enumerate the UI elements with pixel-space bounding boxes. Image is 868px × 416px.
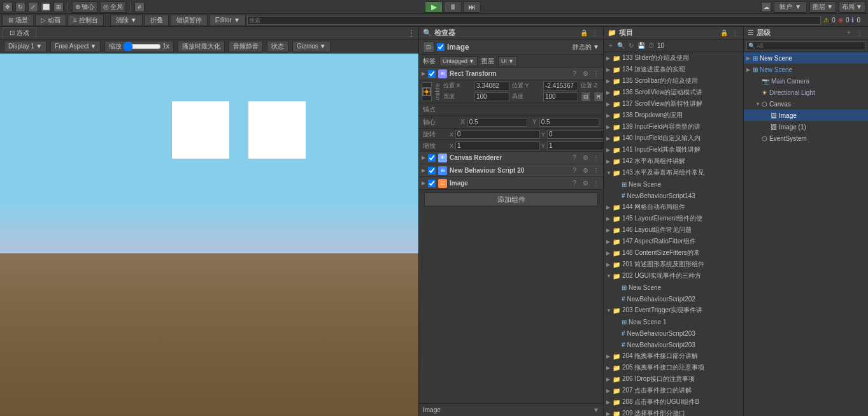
- hierarchy-list-item[interactable]: 🖼Image: [744, 110, 868, 121]
- pos-y-input[interactable]: [543, 82, 578, 90]
- maximize-btn[interactable]: 播放时最大化: [178, 41, 225, 52]
- canvas-renderer-toggle[interactable]: [428, 154, 436, 162]
- project-list-item[interactable]: ▶📁139 InputField内容类型的讲: [604, 121, 743, 133]
- step-button[interactable]: ⏭: [463, 1, 481, 13]
- scene-tab[interactable]: ⊞ 场景: [3, 15, 34, 26]
- ic-settings-icon[interactable]: ⚙: [581, 179, 590, 188]
- project-list-item[interactable]: ▶📁138 Dropdown的应用: [604, 110, 743, 121]
- proj-search-icon[interactable]: 🔍: [616, 41, 625, 50]
- rect-more-icon[interactable]: ⋮: [592, 69, 601, 78]
- mute-btn[interactable]: 音频静音: [229, 41, 263, 52]
- hier-more-icon[interactable]: ⋮: [855, 29, 864, 38]
- width-input[interactable]: [474, 92, 509, 101]
- inspector-lock-icon[interactable]: 🔒: [580, 29, 588, 38]
- image-component-toggle[interactable]: [428, 180, 436, 187]
- static-btn[interactable]: 静态的 ▼: [573, 43, 599, 52]
- project-list-item[interactable]: #NewBehaviourScript143: [604, 190, 743, 201]
- constrain-btn[interactable]: ⊟: [581, 92, 591, 102]
- rect-tool[interactable]: ⬜: [41, 2, 51, 12]
- project-list-item[interactable]: ▶📁208 点击事件的UGUI组件B: [604, 396, 743, 408]
- project-list-item[interactable]: ▶📁146 Layout组件常见问题: [604, 224, 743, 236]
- rect-transform-toggle[interactable]: [428, 70, 436, 78]
- grid-btn[interactable]: #: [134, 2, 145, 12]
- project-list-item[interactable]: ▶📁148 ContentSizeFitters的常: [604, 247, 743, 259]
- new-behaviour-header[interactable]: ▶ ⊞ New Behaviour Script 20 ? ⚙ ⋮: [419, 164, 603, 177]
- error-pause-btn[interactable]: 错误暂停: [171, 15, 208, 26]
- project-list-item[interactable]: #NewBehaviourScript202: [604, 293, 743, 305]
- project-list-item[interactable]: ▶📁140 InputField自定义输入内: [604, 133, 743, 144]
- pivot-btn[interactable]: ⊕ 轴心: [72, 1, 97, 13]
- scale-x-input[interactable]: [455, 141, 540, 150]
- rotate-tool[interactable]: ↻: [15, 2, 25, 12]
- project-list-item[interactable]: ⊞New Scene 1: [604, 316, 743, 327]
- project-list-item[interactable]: ▶📁141 InputField其余属性讲解: [604, 144, 743, 155]
- project-list-item[interactable]: ▶📁133 Slider的介绍及使用: [604, 52, 743, 64]
- anchor-widget[interactable]: [422, 82, 432, 101]
- hierarchy-list-item[interactable]: 📷Main Camera: [744, 75, 868, 87]
- account-button[interactable]: 账户 ▼: [774, 1, 807, 13]
- hierarchy-list-item[interactable]: ▶⊞New Scene: [744, 64, 868, 75]
- scale-tool[interactable]: ⤢: [28, 2, 38, 12]
- state-btn[interactable]: 状态: [267, 41, 288, 52]
- hier-search-input[interactable]: [746, 41, 865, 50]
- scale-y-input[interactable]: [547, 141, 603, 150]
- project-list-item[interactable]: ▶📁137 ScrollView的新特性讲解: [604, 98, 743, 110]
- rect-transform-header[interactable]: ▶ ⊞ Rect Transform ? ⚙ ⋮: [419, 68, 603, 80]
- hierarchy-list-item[interactable]: ▼⬡Canvas: [744, 98, 868, 110]
- nb-help-icon[interactable]: ?: [570, 166, 579, 175]
- component-active-checkbox[interactable]: [437, 43, 445, 51]
- proj-save-icon[interactable]: 💾: [637, 41, 646, 50]
- proj-more-icon[interactable]: ⋮: [730, 29, 739, 38]
- new-behaviour-toggle[interactable]: [428, 167, 436, 175]
- project-list-item[interactable]: ▶📁207 点击事件接口的讲解: [604, 385, 743, 396]
- nb-more-icon[interactable]: ⋮: [592, 166, 601, 175]
- proj-lock-icon[interactable]: 🔒: [720, 29, 729, 38]
- project-list-item[interactable]: ⊞New Scene: [604, 282, 743, 293]
- cr-settings-icon[interactable]: ⚙: [581, 154, 590, 162]
- rect-settings-icon[interactable]: ⚙: [581, 69, 590, 78]
- aspect-btn[interactable]: Free Aspect ▼: [50, 41, 101, 52]
- project-list-item[interactable]: #NewBehaviourScript203: [604, 339, 743, 350]
- rot-y-input[interactable]: [547, 130, 603, 139]
- layer-select[interactable]: 图层 ▼: [809, 1, 836, 13]
- rot-x-input[interactable]: [455, 130, 540, 139]
- project-list-item[interactable]: ▶📁144 网格自动布局组件: [604, 201, 743, 213]
- hierarchy-list-item[interactable]: ▶⊞New Scene: [744, 52, 868, 64]
- ic-more-icon[interactable]: ⋮: [592, 179, 601, 188]
- proj-history-icon[interactable]: ⏱: [647, 41, 656, 50]
- editor-btn[interactable]: Editor ▼: [210, 15, 246, 26]
- global-btn[interactable]: ◎ 全局: [100, 1, 126, 13]
- layer-select[interactable]: UI ▼: [498, 56, 517, 66]
- image-component-header[interactable]: ▶ ⊡ Image ? ⚙ ⋮: [419, 177, 603, 190]
- canvas-renderer-header[interactable]: ▶ 👁 Canvas Renderer ? ⚙ ⋮: [419, 152, 603, 164]
- project-list-item[interactable]: ▶📁145 LayoutElement组件的使: [604, 213, 743, 224]
- console-tab[interactable]: ≡ 控制台: [68, 15, 104, 26]
- project-list-item[interactable]: ▶📁206 IDrop接口的注意事项: [604, 373, 743, 385]
- transform-tool[interactable]: ⊞: [53, 2, 64, 12]
- console-search[interactable]: [247, 16, 822, 25]
- cloud-icon[interactable]: ☁: [761, 2, 771, 12]
- project-list-item[interactable]: ▶📁134 加速进度条的实现: [604, 64, 743, 75]
- hierarchy-list-item[interactable]: 🖼Image (1): [744, 121, 868, 133]
- layout-select[interactable]: 布局 ▼: [839, 1, 865, 13]
- project-list-item[interactable]: ▶📁136 ScrollView的运动模式讲: [604, 87, 743, 98]
- reset-btn[interactable]: R: [594, 92, 603, 102]
- fold-btn[interactable]: 折叠: [145, 15, 169, 26]
- clear-btn[interactable]: 清除 ▼: [110, 15, 143, 26]
- project-list-item[interactable]: ▶📁204 拖拽事件接口部分讲解: [604, 350, 743, 362]
- pos-x-input[interactable]: [474, 82, 509, 90]
- play-button[interactable]: ▶: [425, 1, 443, 13]
- hier-add-icon[interactable]: +: [844, 29, 853, 38]
- nb-settings-icon[interactable]: ⚙: [581, 166, 590, 175]
- pivot-y-input[interactable]: [539, 118, 599, 127]
- project-list-item[interactable]: ⊞New Scene: [604, 178, 743, 190]
- project-list-item[interactable]: ▶📁201 简述图形系统及图形组件: [604, 259, 743, 270]
- height-input[interactable]: [543, 92, 578, 101]
- hierarchy-list-item[interactable]: ☀Directional Light: [744, 87, 868, 98]
- animation-tab[interactable]: ▷ 动画: [35, 15, 66, 26]
- display-btn[interactable]: Display 1 ▼: [4, 41, 46, 52]
- proj-add-icon[interactable]: +: [606, 41, 615, 50]
- tag-select[interactable]: Untagged ▼: [439, 56, 478, 66]
- move-tool[interactable]: ✥: [3, 2, 13, 12]
- project-list-item[interactable]: ▶📁135 Scrollbar的介绍及使用: [604, 75, 743, 87]
